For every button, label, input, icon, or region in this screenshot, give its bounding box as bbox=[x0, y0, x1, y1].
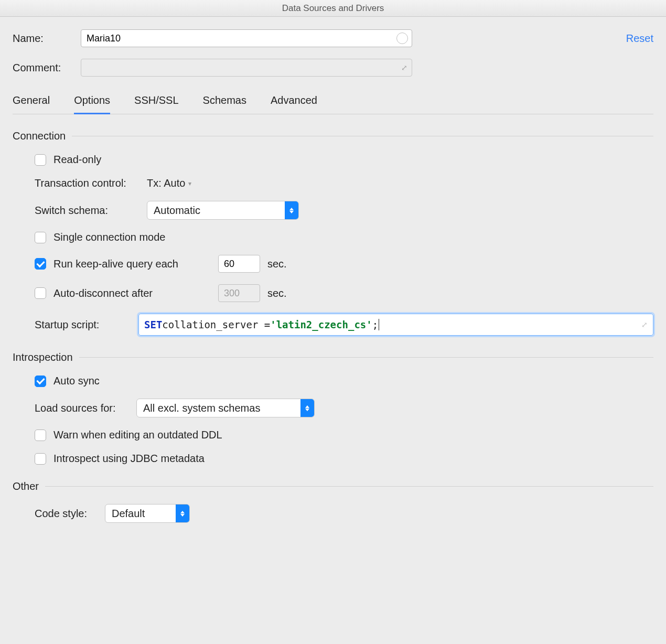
tab-schemas[interactable]: Schemas bbox=[203, 94, 246, 114]
tx-control-dropdown[interactable]: Tx: Auto ▾ bbox=[147, 177, 191, 189]
select-arrows-icon bbox=[176, 505, 189, 522]
single-connection-checkbox[interactable] bbox=[35, 232, 46, 243]
keep-alive-checkbox[interactable] bbox=[35, 258, 46, 270]
load-sources-value: All excl. system schemas bbox=[143, 402, 294, 414]
tab-advanced[interactable]: Advanced bbox=[271, 94, 317, 114]
divider bbox=[45, 486, 653, 487]
code-style-select[interactable]: Default bbox=[105, 504, 190, 523]
text-cursor bbox=[379, 319, 379, 330]
keep-alive-label: Run keep-alive query each bbox=[53, 258, 211, 270]
connection-section-title: Connection bbox=[13, 130, 66, 142]
keep-alive-sec-label: sec. bbox=[267, 258, 287, 270]
introspection-section-title: Introspection bbox=[13, 351, 73, 363]
window-title: Data Sources and Drivers bbox=[0, 0, 666, 17]
warn-ddl-label: Warn when editing an outdated DDL bbox=[53, 429, 222, 441]
divider bbox=[72, 136, 653, 136]
select-arrows-icon bbox=[300, 399, 314, 417]
auto-disconnect-label: Auto-disconnect after bbox=[53, 287, 211, 299]
color-picker-icon[interactable] bbox=[396, 33, 408, 44]
auto-sync-checkbox[interactable] bbox=[35, 375, 46, 387]
sql-keyword: SET bbox=[144, 319, 162, 330]
switch-schema-label: Switch schema: bbox=[35, 205, 139, 217]
keep-alive-input[interactable] bbox=[218, 255, 260, 273]
startup-script-label: Startup script: bbox=[35, 319, 129, 331]
warn-ddl-checkbox[interactable] bbox=[35, 430, 46, 441]
startup-script-input[interactable]: SET collation_server = 'latin2_czech_cs'… bbox=[138, 314, 653, 336]
load-sources-select[interactable]: All excl. system schemas bbox=[136, 399, 315, 417]
tab-general[interactable]: General bbox=[13, 94, 50, 114]
name-input[interactable] bbox=[81, 29, 412, 47]
tab-options[interactable]: Options bbox=[74, 94, 110, 114]
chevron-down-icon: ▾ bbox=[188, 180, 191, 187]
read-only-label: Read-only bbox=[53, 154, 101, 166]
tab-sshssl[interactable]: SSH/SSL bbox=[134, 94, 178, 114]
expand-icon[interactable]: ⤢ bbox=[641, 320, 648, 329]
divider bbox=[79, 357, 653, 358]
comment-label: Comment: bbox=[13, 62, 81, 74]
reset-link[interactable]: Reset bbox=[626, 33, 653, 45]
code-style-label: Code style: bbox=[35, 508, 98, 520]
tx-control-value: Tx: Auto bbox=[147, 177, 185, 189]
auto-disconnect-input bbox=[218, 284, 260, 302]
single-connection-label: Single connection mode bbox=[53, 231, 165, 243]
select-arrows-icon bbox=[285, 201, 298, 219]
name-label: Name: bbox=[13, 33, 81, 45]
auto-disconnect-sec-label: sec. bbox=[267, 287, 287, 299]
load-sources-label: Load sources for: bbox=[35, 402, 129, 414]
switch-schema-select[interactable]: Automatic bbox=[147, 201, 299, 220]
auto-disconnect-checkbox[interactable] bbox=[35, 287, 46, 299]
sql-tail: ; bbox=[372, 319, 378, 330]
expand-icon[interactable]: ⤢ bbox=[401, 63, 407, 72]
jdbc-metadata-label: Introspect using JDBC metadata bbox=[53, 453, 205, 465]
comment-input[interactable]: ⤢ bbox=[81, 59, 412, 77]
sql-string: 'latin2_czech_cs' bbox=[270, 319, 372, 330]
code-style-value: Default bbox=[112, 508, 169, 520]
other-section-title: Other bbox=[13, 480, 39, 492]
switch-schema-value: Automatic bbox=[154, 205, 278, 217]
read-only-checkbox[interactable] bbox=[35, 154, 46, 166]
tx-control-label: Transaction control: bbox=[35, 177, 139, 189]
auto-sync-label: Auto sync bbox=[53, 375, 100, 387]
jdbc-metadata-checkbox[interactable] bbox=[35, 453, 46, 465]
sql-text: collation_server = bbox=[162, 319, 270, 330]
